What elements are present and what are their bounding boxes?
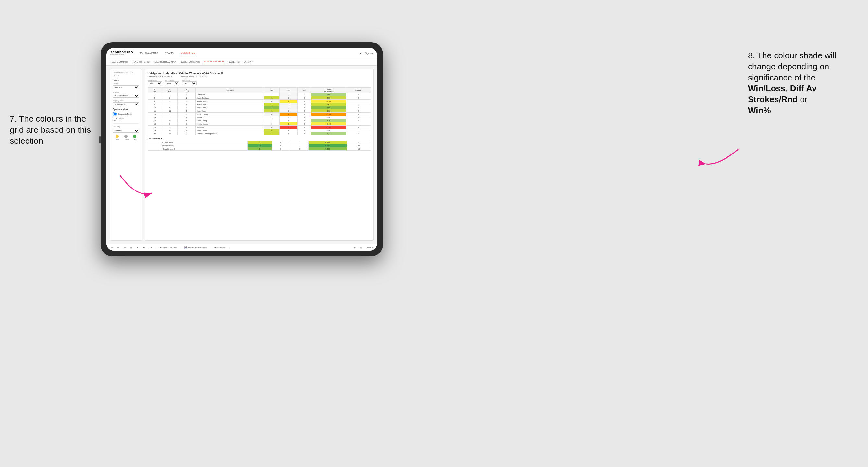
cell-loss: 2	[280, 122, 298, 126]
cell-name	[148, 141, 161, 144]
subnav-team-summary[interactable]: TEAM SUMMARY	[110, 60, 128, 64]
table-row: 18 2 2 Euna Lee 0 3 0 -5.00 2	[148, 126, 371, 129]
opponent-filter-select[interactable]: (All)	[182, 82, 197, 85]
cell-reg: 1	[162, 103, 178, 106]
sep1: |	[155, 247, 156, 249]
sep4: |	[229, 247, 230, 249]
cell-rounds: 3	[346, 110, 371, 113]
cell-diff: -0.94	[311, 122, 346, 126]
cell-loss: 3	[280, 126, 298, 129]
refresh-btn[interactable]: ⟳	[149, 246, 153, 249]
cell-conf: 1	[178, 113, 195, 116]
table-row: 9 1 4 Sharon Mun 1 0 0 3.67 3	[148, 103, 371, 106]
division-select[interactable]: NCAA Division III	[113, 94, 139, 98]
nav-tournaments[interactable]: TOURNAMENTS	[138, 51, 159, 55]
cell-tie: 0	[298, 113, 311, 116]
subnav-team-h2h-heatmap[interactable]: TEAM H2H HEATMAP	[153, 60, 176, 64]
cell-reg: 11	[162, 110, 178, 113]
tablet-shell: SCOREBOARD Powered by clippd TOURNAMENTS…	[101, 42, 383, 256]
cell-rounds: 3	[346, 96, 371, 100]
cell-out-loss: 0	[272, 144, 290, 147]
grid-records: Overall Record: 353 - 34 - 6 Division Re…	[148, 75, 371, 77]
cell-div: 3	[148, 93, 162, 96]
cell-tie: 0	[298, 96, 311, 100]
cell-tie: 0	[298, 132, 311, 135]
cell-tie: 0	[298, 122, 311, 126]
cell-diff: 0.38	[311, 116, 346, 119]
share-btn[interactable]: Share	[366, 246, 374, 249]
share-layout-btn[interactable]: ⊠	[353, 246, 356, 249]
cell-conf: 1	[178, 93, 195, 96]
table-row: 14 7 4 Eunice Yi 2 2 0 0.38 9	[148, 116, 371, 119]
subnav-team-h2h-grid[interactable]: TEAM H2H GRID	[132, 60, 150, 64]
cell-win: 1	[264, 93, 280, 96]
cell-win: 1	[264, 110, 280, 113]
more-btn[interactable]: •••	[142, 246, 146, 249]
cell-rounds: 4	[346, 106, 371, 110]
fullscreen-btn[interactable]: ⊡	[359, 246, 363, 249]
cell-rounds	[346, 122, 371, 126]
table-row: 5 2 2 Alexis Sudjianto 1 0 0 4.00 3	[148, 96, 371, 100]
col-conf: #Conf	[178, 88, 195, 93]
cell-rounds: 2	[346, 126, 371, 129]
cell-diff: -1.00	[311, 100, 346, 103]
col-rounds: Rounds	[346, 88, 371, 93]
cell-diff: 4.00	[311, 96, 346, 100]
nav-committee[interactable]: COMMITTEE	[180, 51, 197, 55]
cell-out-win: 15	[248, 144, 272, 147]
cell-div: 14	[148, 116, 162, 119]
tablet-screen: SCOREBOARD Powered by clippd TOURNAMENTS…	[106, 48, 377, 251]
col-opponent: Opponent	[195, 88, 264, 93]
subnav-player-h2h-heatmap[interactable]: PLAYER H2H HEATMAP	[228, 60, 252, 64]
bottom-toolbar: ↩ ↻ ↩ ⊞ ✂ ••• ⟳ | 👁 View: Original | 💾 S…	[106, 244, 377, 251]
subnav-player-h2h-grid[interactable]: PLAYER H2H GRID	[204, 59, 224, 64]
save-custom-btn[interactable]: 💾 Save Custom View	[183, 246, 208, 249]
cell-diff: 4.00	[311, 106, 346, 110]
cell-loss: 1	[280, 132, 298, 135]
scissors-btn[interactable]: ✂	[136, 246, 140, 249]
cell-reg: 1	[162, 113, 178, 116]
watch-btn[interactable]: 👁 Watch ▾	[214, 246, 226, 249]
cell-conf: 3	[178, 106, 195, 110]
grid-title: Katelyn Vo Head-to-Head Grid for Women's…	[148, 72, 371, 75]
cell-out-loss: 0	[272, 147, 290, 151]
cell-conf: 4	[178, 116, 195, 119]
view-original-btn[interactable]: 👁 View: Original	[159, 246, 178, 249]
cell-opponent: Jessica Huang	[195, 113, 264, 116]
player-section-title: Player	[113, 79, 139, 82]
cell-opponent: Sydney Kuo	[195, 100, 264, 103]
cell-diff: -5.00	[311, 126, 346, 129]
cell-opponent: Eunice Yi	[195, 116, 264, 119]
redo-btn[interactable]: ↻	[116, 246, 120, 249]
cell-opponent: Sharon Mun	[195, 103, 264, 106]
grid-btn[interactable]: ⊞	[129, 246, 133, 249]
cell-rounds: 6	[346, 132, 371, 135]
cell-win: 1	[264, 119, 280, 122]
header-separator: ▶ |	[360, 52, 363, 55]
gender-select[interactable]: Women's	[113, 85, 139, 89]
cell-diff: 0.30	[311, 129, 346, 132]
nav-teams[interactable]: TEAMS	[164, 51, 175, 55]
cell-out-loss: 0	[272, 141, 290, 144]
cell-div: 15	[148, 119, 162, 122]
cell-diff: 1.25	[311, 119, 346, 122]
cell-reg: 10	[162, 129, 178, 132]
cell-tie: 0	[298, 119, 311, 122]
conference-filter-select[interactable]: (All)	[165, 82, 180, 85]
subnav-player-summary[interactable]: PLAYER SUMMARY	[180, 60, 200, 64]
cell-rounds: 3	[346, 103, 371, 106]
cell-tie: 0	[298, 129, 311, 132]
radio-top-100[interactable]: Top 100	[113, 117, 139, 121]
radio-opponents-played[interactable]: Opponents Played	[113, 112, 139, 116]
cell-opponent: Euna Lee	[195, 126, 264, 129]
cell-reg: 7	[162, 116, 178, 119]
sign-out-link[interactable]: Sign out	[365, 52, 373, 54]
cell-reg: 11	[162, 132, 178, 135]
player-rank-select[interactable]: 8. Katelyn Vo	[113, 102, 139, 106]
colour-by-select[interactable]: Win/loss	[113, 129, 139, 133]
undo-btn[interactable]: ↩	[110, 246, 114, 249]
opponents-filter-select[interactable]: (All)	[148, 82, 162, 85]
undo2-btn[interactable]: ↩	[123, 246, 127, 249]
out-table-row: Foreign Team 1 0 0 4.500 2	[148, 141, 371, 144]
gender-label: Gender	[113, 83, 139, 85]
